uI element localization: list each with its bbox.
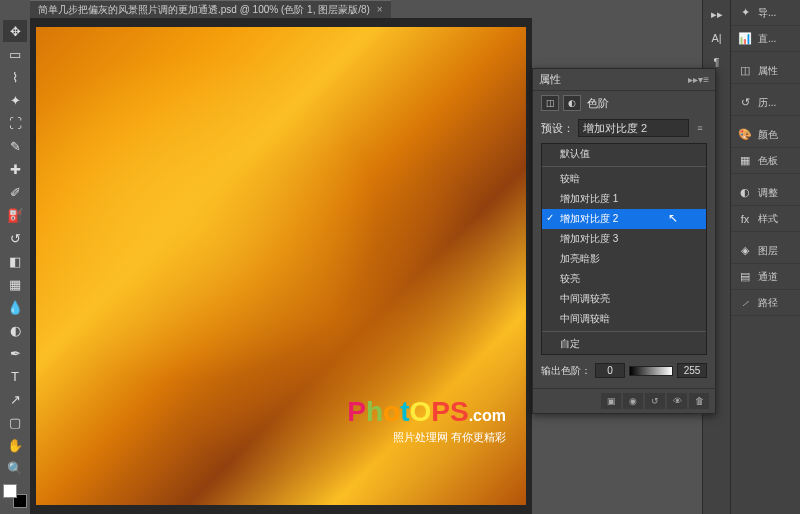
panel-header[interactable]: 属性 ▸▸ ▾≡ bbox=[533, 69, 715, 91]
wand-tool[interactable]: ✦ bbox=[3, 89, 27, 111]
check-icon: ✓ bbox=[546, 212, 554, 223]
guide-icon: ✦ bbox=[737, 6, 753, 20]
type-tool[interactable]: T bbox=[3, 365, 27, 387]
foreground-color-swatch[interactable] bbox=[3, 484, 17, 498]
stamp-tool[interactable]: ⛽ bbox=[3, 204, 27, 226]
sidebar-item-guide[interactable]: ✦导... bbox=[731, 0, 800, 26]
preset-option-middark[interactable]: 中间调较暗 bbox=[542, 309, 706, 329]
swatches-icon: ▦ bbox=[737, 154, 753, 168]
tools-toolbar: ✥ ▭ ⌇ ✦ ⛶ ✎ ✚ ✐ ⛽ ↺ ◧ ▦ 💧 ◐ ✒ T ↗ ▢ ✋ 🔍 bbox=[0, 18, 30, 514]
visibility-icon[interactable]: 👁 bbox=[667, 393, 687, 409]
dropdown-separator bbox=[542, 331, 706, 332]
close-icon[interactable]: × bbox=[377, 4, 383, 15]
panel-footer: ▣ ◉ ↺ 👁 🗑 bbox=[533, 388, 715, 413]
sidebar-item-channels[interactable]: ▤通道 bbox=[731, 264, 800, 290]
cursor-icon: ↖ bbox=[668, 211, 678, 225]
char-panel-icon[interactable]: A| bbox=[706, 28, 728, 48]
shape-tool[interactable]: ▢ bbox=[3, 411, 27, 433]
levels-icon[interactable]: ◫ bbox=[541, 95, 559, 111]
output-levels-row: 输出色阶： bbox=[533, 359, 715, 382]
sidebar-item-swatches[interactable]: ▦色板 bbox=[731, 148, 800, 174]
preset-option-lighter[interactable]: 较亮 bbox=[542, 269, 706, 289]
properties-icon: ◫ bbox=[737, 64, 753, 78]
adjust-icon: ◐ bbox=[737, 186, 753, 200]
watermark-subtitle: 照片处理网 有你更精彩 bbox=[347, 430, 506, 445]
document-tabs: 简单几步把偏灰的风景照片调的更加通透.psd @ 100% (色阶 1, 图层蒙… bbox=[30, 0, 391, 18]
healing-tool[interactable]: ✚ bbox=[3, 158, 27, 180]
history-brush-tool[interactable]: ↺ bbox=[3, 227, 27, 249]
history-icon: ↺ bbox=[737, 96, 753, 110]
adjustment-name: 色阶 bbox=[587, 96, 609, 111]
panel-collapse-icon[interactable]: ▸▸ bbox=[688, 74, 698, 85]
sidebar-item-line[interactable]: 📊直... bbox=[731, 26, 800, 52]
document-tab[interactable]: 简单几步把偏灰的风景照片调的更加通透.psd @ 100% (色阶 1, 图层蒙… bbox=[30, 0, 391, 19]
lasso-tool[interactable]: ⌇ bbox=[3, 66, 27, 88]
sidebar-item-styles[interactable]: fx样式 bbox=[731, 206, 800, 232]
crop-tool[interactable]: ⛶ bbox=[3, 112, 27, 134]
channels-icon: ▤ bbox=[737, 270, 753, 284]
canvas[interactable]: PhotOPS.com 照片处理网 有你更精彩 bbox=[30, 18, 532, 514]
preset-option-custom[interactable]: 自定 bbox=[542, 334, 706, 354]
output-gradient[interactable] bbox=[629, 366, 673, 376]
eraser-tool[interactable]: ◧ bbox=[3, 250, 27, 272]
dodge-tool[interactable]: ◐ bbox=[3, 319, 27, 341]
mask-icon[interactable]: ◐ bbox=[563, 95, 581, 111]
preset-label: 预设： bbox=[541, 121, 574, 136]
styles-icon: fx bbox=[737, 212, 753, 226]
output-max-field[interactable] bbox=[677, 363, 707, 378]
preset-option-brighten[interactable]: 加亮暗影 bbox=[542, 249, 706, 269]
hand-tool[interactable]: ✋ bbox=[3, 434, 27, 456]
zoom-tool[interactable]: 🔍 bbox=[3, 457, 27, 479]
sidebar-item-color[interactable]: 🎨颜色 bbox=[731, 122, 800, 148]
reset-icon[interactable]: ↺ bbox=[645, 393, 665, 409]
adjustment-type-row: ◫ ◐ 色阶 bbox=[533, 91, 715, 115]
view-previous-icon[interactable]: ◉ bbox=[623, 393, 643, 409]
brush-tool[interactable]: ✐ bbox=[3, 181, 27, 203]
blur-tool[interactable]: 💧 bbox=[3, 296, 27, 318]
gradient-tool[interactable]: ▦ bbox=[3, 273, 27, 295]
color-icon: 🎨 bbox=[737, 128, 753, 142]
sidebar-item-layers[interactable]: ◈图层 bbox=[731, 238, 800, 264]
sidebar-item-attrs[interactable]: ◫属性 bbox=[731, 58, 800, 84]
output-min-field[interactable] bbox=[595, 363, 625, 378]
tab-filename: 简单几步把偏灰的风景照片调的更加通透.psd @ 100% (色阶 1, 图层蒙… bbox=[38, 4, 370, 15]
preset-dropdown[interactable]: 增加对比度 2 bbox=[578, 119, 689, 137]
move-tool[interactable]: ✥ bbox=[3, 20, 27, 42]
path-tool[interactable]: ↗ bbox=[3, 388, 27, 410]
preset-option-contrast1[interactable]: 增加对比度 1 bbox=[542, 189, 706, 209]
preset-row: 预设： 增加对比度 2 ≡ bbox=[533, 115, 715, 141]
panel-title: 属性 bbox=[539, 72, 688, 87]
clip-to-layer-icon[interactable]: ▣ bbox=[601, 393, 621, 409]
preset-option-default[interactable]: 默认值 bbox=[542, 144, 706, 164]
preset-dropdown-list: 默认值 较暗 增加对比度 1 ✓ 增加对比度 2 ↖ 增加对比度 3 加亮暗影 … bbox=[541, 143, 707, 355]
dropdown-separator bbox=[542, 166, 706, 167]
pen-tool[interactable]: ✒ bbox=[3, 342, 27, 364]
sidebar-item-paths[interactable]: ⟋路径 bbox=[731, 290, 800, 316]
expand-icon[interactable]: ▸▸ bbox=[706, 4, 728, 24]
eyedropper-tool[interactable]: ✎ bbox=[3, 135, 27, 157]
preset-option-contrast2[interactable]: ✓ 增加对比度 2 ↖ bbox=[542, 209, 706, 229]
watermark-logo: PhotOPS.com bbox=[347, 396, 506, 428]
document-image: PhotOPS.com 照片处理网 有你更精彩 bbox=[36, 27, 526, 505]
paths-icon: ⟋ bbox=[737, 296, 753, 310]
preset-menu-icon[interactable]: ≡ bbox=[693, 121, 707, 135]
sidebar-item-history[interactable]: ↺历... bbox=[731, 90, 800, 116]
marquee-tool[interactable]: ▭ bbox=[3, 43, 27, 65]
panel-menu-icon[interactable]: ▾≡ bbox=[698, 74, 709, 85]
preset-option-contrast3[interactable]: 增加对比度 3 bbox=[542, 229, 706, 249]
right-panels: ✦导... 📊直... ◫属性 ↺历... 🎨颜色 ▦色板 ◐调整 fx样式 ◈… bbox=[730, 0, 800, 514]
watermark: PhotOPS.com 照片处理网 有你更精彩 bbox=[347, 396, 506, 445]
delete-icon[interactable]: 🗑 bbox=[689, 393, 709, 409]
color-swatches[interactable] bbox=[3, 484, 27, 508]
layers-icon: ◈ bbox=[737, 244, 753, 258]
histogram-icon: 📊 bbox=[737, 32, 753, 46]
output-label: 输出色阶： bbox=[541, 364, 591, 378]
preset-option-midbright[interactable]: 中间调较亮 bbox=[542, 289, 706, 309]
sidebar-item-adjust[interactable]: ◐调整 bbox=[731, 180, 800, 206]
preset-option-darker[interactable]: 较暗 bbox=[542, 169, 706, 189]
properties-panel: 属性 ▸▸ ▾≡ ◫ ◐ 色阶 预设： 增加对比度 2 ≡ 默认值 较暗 增加对… bbox=[532, 68, 716, 414]
